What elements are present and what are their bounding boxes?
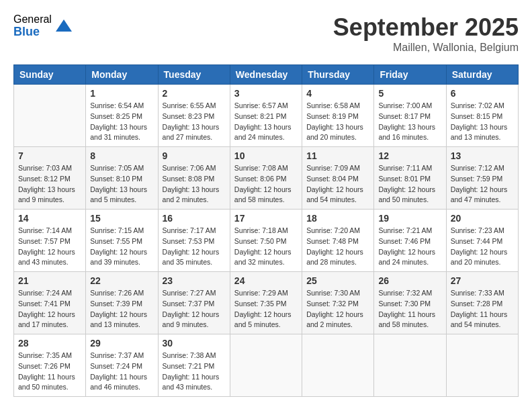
calendar-cell: 11Sunrise: 7:09 AM Sunset: 8:04 PM Dayli… bbox=[302, 147, 374, 210]
day-info: Sunrise: 7:33 AM Sunset: 7:28 PM Dayligh… bbox=[451, 288, 514, 330]
column-header-tuesday: Tuesday bbox=[158, 65, 230, 85]
column-header-sunday: Sunday bbox=[14, 65, 86, 85]
calendar-cell bbox=[302, 334, 374, 397]
day-info: Sunrise: 7:32 AM Sunset: 7:30 PM Dayligh… bbox=[378, 288, 441, 330]
calendar-cell: 5Sunrise: 7:00 AM Sunset: 8:17 PM Daylig… bbox=[374, 85, 446, 147]
title-section: September 2025 Maillen, Wallonia, Belgiu… bbox=[333, 13, 519, 54]
calendar-cell: 20Sunrise: 7:23 AM Sunset: 7:44 PM Dayli… bbox=[446, 210, 518, 272]
day-number: 1 bbox=[90, 88, 153, 99]
day-number: 7 bbox=[18, 150, 81, 161]
calendar-week-row: 28Sunrise: 7:35 AM Sunset: 7:26 PM Dayli… bbox=[14, 334, 519, 397]
day-info: Sunrise: 6:55 AM Sunset: 8:23 PM Dayligh… bbox=[163, 101, 226, 143]
calendar-cell: 7Sunrise: 7:03 AM Sunset: 8:12 PM Daylig… bbox=[14, 147, 86, 210]
day-info: Sunrise: 7:27 AM Sunset: 7:37 PM Dayligh… bbox=[163, 288, 226, 330]
day-info: Sunrise: 7:29 AM Sunset: 7:35 PM Dayligh… bbox=[234, 288, 298, 330]
svg-marker-0 bbox=[56, 19, 72, 32]
calendar-cell: 8Sunrise: 7:05 AM Sunset: 8:10 PM Daylig… bbox=[86, 147, 158, 210]
logo-text: General Blue bbox=[13, 13, 52, 38]
day-number: 18 bbox=[306, 213, 369, 224]
column-header-monday: Monday bbox=[86, 65, 158, 85]
day-info: Sunrise: 6:57 AM Sunset: 8:21 PM Dayligh… bbox=[234, 101, 298, 143]
calendar-cell: 6Sunrise: 7:02 AM Sunset: 8:15 PM Daylig… bbox=[446, 85, 518, 147]
calendar-cell bbox=[14, 85, 86, 147]
day-info: Sunrise: 7:11 AM Sunset: 8:01 PM Dayligh… bbox=[378, 163, 441, 205]
day-number: 17 bbox=[234, 213, 298, 224]
day-info: Sunrise: 7:12 AM Sunset: 7:59 PM Dayligh… bbox=[451, 163, 514, 205]
day-number: 24 bbox=[234, 275, 298, 286]
calendar-cell: 16Sunrise: 7:17 AM Sunset: 7:53 PM Dayli… bbox=[158, 210, 230, 272]
column-header-wednesday: Wednesday bbox=[230, 65, 302, 85]
day-number: 22 bbox=[90, 275, 153, 286]
day-info: Sunrise: 7:08 AM Sunset: 8:06 PM Dayligh… bbox=[234, 163, 298, 205]
calendar-cell: 9Sunrise: 7:06 AM Sunset: 8:08 PM Daylig… bbox=[158, 147, 230, 210]
day-number: 30 bbox=[163, 338, 226, 349]
column-header-saturday: Saturday bbox=[446, 65, 518, 85]
calendar-week-row: 1Sunrise: 6:54 AM Sunset: 8:25 PM Daylig… bbox=[14, 85, 519, 147]
calendar-table: SundayMondayTuesdayWednesdayThursdayFrid… bbox=[13, 64, 519, 397]
day-info: Sunrise: 7:09 AM Sunset: 8:04 PM Dayligh… bbox=[306, 163, 369, 205]
day-info: Sunrise: 7:05 AM Sunset: 8:10 PM Dayligh… bbox=[90, 163, 153, 205]
day-info: Sunrise: 7:23 AM Sunset: 7:44 PM Dayligh… bbox=[451, 226, 514, 268]
day-info: Sunrise: 7:30 AM Sunset: 7:32 PM Dayligh… bbox=[306, 288, 369, 330]
day-info: Sunrise: 7:14 AM Sunset: 7:57 PM Dayligh… bbox=[18, 226, 81, 268]
column-header-thursday: Thursday bbox=[302, 65, 374, 85]
calendar-cell: 30Sunrise: 7:38 AM Sunset: 7:21 PM Dayli… bbox=[158, 334, 230, 397]
logo-blue: Blue bbox=[13, 26, 52, 39]
calendar-cell: 19Sunrise: 7:21 AM Sunset: 7:46 PM Dayli… bbox=[374, 210, 446, 272]
day-number: 14 bbox=[18, 213, 81, 224]
day-number: 25 bbox=[306, 275, 369, 286]
month-title: September 2025 bbox=[333, 13, 519, 42]
calendar-cell: 15Sunrise: 7:15 AM Sunset: 7:55 PM Dayli… bbox=[86, 210, 158, 272]
day-number: 21 bbox=[18, 275, 81, 286]
day-number: 5 bbox=[378, 88, 441, 99]
day-info: Sunrise: 7:24 AM Sunset: 7:41 PM Dayligh… bbox=[18, 288, 81, 330]
day-number: 11 bbox=[306, 150, 369, 161]
day-info: Sunrise: 7:38 AM Sunset: 7:21 PM Dayligh… bbox=[163, 351, 226, 393]
calendar-cell: 25Sunrise: 7:30 AM Sunset: 7:32 PM Dayli… bbox=[302, 272, 374, 334]
calendar-week-row: 14Sunrise: 7:14 AM Sunset: 7:57 PM Dayli… bbox=[14, 210, 519, 272]
logo-icon bbox=[54, 17, 73, 36]
day-info: Sunrise: 7:35 AM Sunset: 7:26 PM Dayligh… bbox=[18, 351, 81, 393]
page-header: General Blue September 2025 Maillen, Wal… bbox=[13, 13, 519, 54]
day-number: 26 bbox=[378, 275, 441, 286]
day-number: 15 bbox=[90, 213, 153, 224]
day-info: Sunrise: 7:37 AM Sunset: 7:24 PM Dayligh… bbox=[90, 351, 153, 393]
calendar-cell: 29Sunrise: 7:37 AM Sunset: 7:24 PM Dayli… bbox=[86, 334, 158, 397]
calendar-cell: 21Sunrise: 7:24 AM Sunset: 7:41 PM Dayli… bbox=[14, 272, 86, 334]
calendar-cell: 24Sunrise: 7:29 AM Sunset: 7:35 PM Dayli… bbox=[230, 272, 302, 334]
calendar-cell bbox=[446, 334, 518, 397]
calendar-cell: 18Sunrise: 7:20 AM Sunset: 7:48 PM Dayli… bbox=[302, 210, 374, 272]
calendar-cell: 1Sunrise: 6:54 AM Sunset: 8:25 PM Daylig… bbox=[86, 85, 158, 147]
day-number: 29 bbox=[90, 338, 153, 349]
column-header-friday: Friday bbox=[374, 65, 446, 85]
day-number: 28 bbox=[18, 338, 81, 349]
day-number: 12 bbox=[378, 150, 441, 161]
calendar-cell: 2Sunrise: 6:55 AM Sunset: 8:23 PM Daylig… bbox=[158, 85, 230, 147]
calendar-cell: 28Sunrise: 7:35 AM Sunset: 7:26 PM Dayli… bbox=[14, 334, 86, 397]
calendar-cell: 10Sunrise: 7:08 AM Sunset: 8:06 PM Dayli… bbox=[230, 147, 302, 210]
calendar-cell: 17Sunrise: 7:18 AM Sunset: 7:50 PM Dayli… bbox=[230, 210, 302, 272]
day-number: 10 bbox=[234, 150, 298, 161]
calendar-cell: 12Sunrise: 7:11 AM Sunset: 8:01 PM Dayli… bbox=[374, 147, 446, 210]
day-number: 19 bbox=[378, 213, 441, 224]
calendar-cell: 26Sunrise: 7:32 AM Sunset: 7:30 PM Dayli… bbox=[374, 272, 446, 334]
day-info: Sunrise: 7:06 AM Sunset: 8:08 PM Dayligh… bbox=[163, 163, 226, 205]
day-number: 4 bbox=[306, 88, 369, 99]
day-number: 27 bbox=[451, 275, 514, 286]
day-info: Sunrise: 7:03 AM Sunset: 8:12 PM Dayligh… bbox=[18, 163, 81, 205]
day-info: Sunrise: 7:17 AM Sunset: 7:53 PM Dayligh… bbox=[163, 226, 226, 268]
day-number: 23 bbox=[163, 275, 226, 286]
day-number: 3 bbox=[234, 88, 298, 99]
day-number: 9 bbox=[163, 150, 226, 161]
logo-general: General bbox=[13, 13, 52, 26]
day-info: Sunrise: 7:02 AM Sunset: 8:15 PM Dayligh… bbox=[451, 101, 514, 143]
day-info: Sunrise: 7:18 AM Sunset: 7:50 PM Dayligh… bbox=[234, 226, 298, 268]
calendar-week-row: 7Sunrise: 7:03 AM Sunset: 8:12 PM Daylig… bbox=[14, 147, 519, 210]
calendar-cell bbox=[374, 334, 446, 397]
day-number: 13 bbox=[451, 150, 514, 161]
day-info: Sunrise: 7:00 AM Sunset: 8:17 PM Dayligh… bbox=[378, 101, 441, 143]
calendar-cell: 3Sunrise: 6:57 AM Sunset: 8:21 PM Daylig… bbox=[230, 85, 302, 147]
day-number: 6 bbox=[451, 88, 514, 99]
day-info: Sunrise: 7:15 AM Sunset: 7:55 PM Dayligh… bbox=[90, 226, 153, 268]
day-number: 8 bbox=[90, 150, 153, 161]
